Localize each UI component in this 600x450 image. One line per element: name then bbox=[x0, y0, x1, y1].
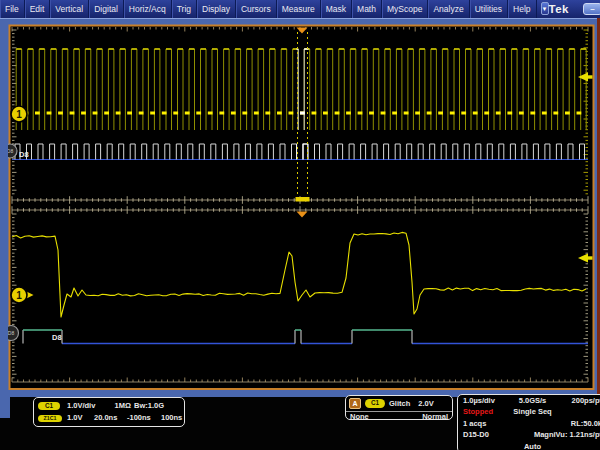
menu-item[interactable]: MyScope bbox=[382, 0, 428, 18]
menu-item[interactable]: Help bbox=[508, 0, 536, 18]
zoom-readout-badge[interactable]: Z1C1 bbox=[38, 415, 62, 422]
trigger-type: Glitch bbox=[389, 400, 410, 408]
zoom-window-bar[interactable] bbox=[296, 197, 310, 202]
magnivu-rate: MagniVu: 1.21ns/pt bbox=[534, 431, 600, 439]
resolution: 200ps/pt bbox=[556, 397, 600, 405]
horizontal-time-div: 1.0µs/div bbox=[463, 397, 509, 405]
trigger-mode: Normal bbox=[422, 413, 448, 421]
channel-readout-box[interactable]: C1 1.0V/div 1MΩ Bw:1.0G Z1C1 1.0V 20.0ns… bbox=[33, 397, 185, 427]
trigger-source-badge: C1 bbox=[365, 399, 385, 407]
svg-text:D8: D8 bbox=[8, 148, 13, 154]
zoom-end: 100ns bbox=[161, 414, 182, 422]
trigger-level: 2.0V bbox=[418, 400, 433, 408]
channel1-badge-lower[interactable]: 1 bbox=[11, 287, 27, 303]
menu-item[interactable]: Display bbox=[197, 0, 236, 18]
sample-rate: 5.0GS/s bbox=[509, 397, 555, 405]
digital-channel-label-lower: D8 bbox=[52, 333, 62, 342]
chevron-down-icon: ▼ bbox=[542, 6, 548, 12]
ch1-impedance: 1MΩ bbox=[110, 402, 134, 410]
digital-group-badge-lower[interactable]: D8 bbox=[8, 326, 19, 341]
digital-channel-label-upper: D8 bbox=[19, 150, 29, 159]
menu-item[interactable]: Mask bbox=[321, 0, 352, 18]
horizontal-readout-box[interactable]: 1.0µs/div 5.0GS/s 200ps/pt Stopped Singl… bbox=[457, 394, 600, 450]
menu-item[interactable]: Vertical bbox=[50, 0, 89, 18]
svg-text:D8: D8 bbox=[8, 330, 14, 336]
scope-display: 1 1 D8 D8 D8 D8 bbox=[8, 24, 597, 391]
menu-item[interactable]: Math bbox=[352, 0, 382, 18]
digital-channels: D15-D0 bbox=[463, 431, 498, 439]
menu-item[interactable]: Cursors bbox=[236, 0, 277, 18]
sequence-mode: Single Seq bbox=[509, 408, 555, 416]
window-controls: Tek – X bbox=[549, 0, 600, 18]
ch1-scale: 1.0V/div bbox=[67, 402, 110, 410]
channel1-badge-upper[interactable]: 1 bbox=[11, 106, 27, 122]
trigger-mode-auto: Auto bbox=[509, 443, 555, 450]
digital-group-badge-upper[interactable]: D8 bbox=[8, 144, 17, 158]
menu-item[interactable]: Analyze bbox=[428, 0, 469, 18]
menu-item[interactable]: Measure bbox=[277, 0, 321, 18]
minimize-icon: – bbox=[590, 4, 594, 13]
svg-text:1: 1 bbox=[16, 290, 22, 301]
menu-overflow-button[interactable]: ▼ bbox=[541, 2, 549, 15]
menu-item[interactable]: File bbox=[0, 0, 25, 18]
menu-item[interactable]: Utilities bbox=[470, 0, 508, 18]
channel1-readout-badge[interactable]: C1 bbox=[38, 402, 60, 410]
minimize-button[interactable]: – bbox=[583, 3, 600, 15]
menu-items: FileEditVerticalDigitalHoriz/AcqTrigDisp… bbox=[0, 0, 537, 18]
brand-logo: Tek bbox=[549, 3, 569, 15]
ch1-bandwidth: Bw:1.0G bbox=[134, 402, 180, 410]
menu-item[interactable]: Edit bbox=[25, 0, 51, 18]
menu-item[interactable]: Horiz/Acq bbox=[124, 0, 172, 18]
trigger-readout-box[interactable]: A C1 Glitch 2.0V None Normal bbox=[345, 395, 453, 420]
record-length: RL:50.0k bbox=[556, 420, 600, 428]
acquisition-state: Stopped bbox=[463, 408, 509, 416]
trigger-holdoff: None bbox=[350, 413, 369, 421]
zoom-time-div: 20.0ns bbox=[94, 414, 127, 422]
menu-item[interactable]: Trig bbox=[172, 0, 197, 18]
zoom-start: -100ns bbox=[127, 414, 161, 422]
zoom-scale: 1.0V bbox=[67, 414, 94, 422]
acquisition-count: 1 acqs bbox=[463, 420, 509, 428]
svg-text:1: 1 bbox=[16, 109, 22, 120]
menu-item[interactable]: Digital bbox=[89, 0, 124, 18]
menu-bar: FileEditVerticalDigitalHoriz/AcqTrigDisp… bbox=[0, 0, 600, 18]
trigger-a-badge: A bbox=[349, 398, 361, 409]
status-bar-background-corner bbox=[0, 418, 10, 450]
